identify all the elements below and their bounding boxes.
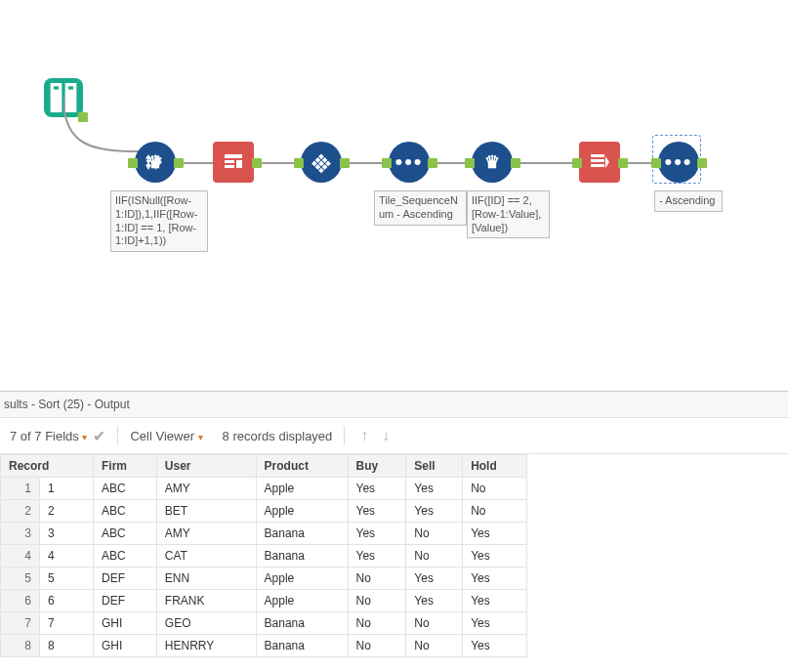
cell-product: Banana — [256, 635, 348, 657]
table-header-row: Record Firm User Product Buy Sell Hold — [1, 455, 527, 478]
cell-product: Banana — [256, 612, 348, 635]
cell-hold: Yes — [463, 590, 527, 612]
records-count-label: 8 records displayed — [223, 429, 333, 443]
cell-buy: No — [348, 590, 406, 612]
cell-buy: Yes — [348, 523, 406, 545]
sort-tool-1[interactable]: ••• — [389, 142, 430, 183]
cell-user: HENRRY — [156, 635, 256, 657]
cell-hold: No — [463, 478, 527, 500]
cell-record: 7 — [40, 612, 94, 635]
col-user[interactable]: User — [156, 455, 256, 478]
cell-sell: Yes — [406, 590, 463, 612]
cell-product: Apple — [256, 590, 348, 612]
cell-sell: Yes — [406, 478, 463, 500]
cell-record: 8 — [40, 635, 94, 657]
svg-rect-6 — [318, 154, 324, 160]
col-hold[interactable]: Hold — [463, 455, 527, 478]
table-row[interactable]: 22ABCBETAppleYesYesNo — [1, 500, 527, 523]
annotation-multirow-1: IIF(ISNull([Row-1:ID]),1,IIF([Row-1:ID] … — [110, 190, 208, 252]
row-number: 5 — [1, 567, 40, 590]
svg-rect-7 — [322, 157, 328, 163]
cell-sell: No — [406, 635, 463, 657]
cell-buy: No — [348, 567, 406, 590]
cell-record: 2 — [40, 500, 94, 523]
select-tool[interactable] — [579, 142, 620, 183]
row-number: 2 — [1, 500, 40, 523]
cell-record: 5 — [40, 567, 94, 590]
cell-buy: No — [348, 635, 406, 657]
cell-product: Apple — [256, 567, 348, 590]
cell-firm: ABC — [94, 500, 157, 523]
cell-sell: No — [406, 612, 463, 635]
results-title: sults - Sort (25) - Output — [0, 392, 788, 418]
cell-user: AMY — [156, 478, 256, 500]
cell-record: 3 — [40, 523, 94, 545]
cell-hold: Yes — [463, 523, 527, 545]
table-row[interactable]: 11ABCAMYAppleYesYesNo — [1, 478, 527, 500]
cell-hold: Yes — [463, 567, 527, 590]
table-row[interactable]: 66DEFFRANKAppleNoYesYes — [1, 590, 527, 612]
svg-rect-13 — [315, 164, 321, 170]
cell-sell: Yes — [406, 567, 463, 590]
cell-firm: DEF — [94, 567, 157, 590]
cell-hold: No — [463, 500, 527, 523]
tile-tool[interactable] — [301, 142, 342, 183]
check-icon[interactable]: ✔ — [93, 427, 105, 445]
table-row[interactable]: 44ABCCATBananaYesNoYes — [1, 545, 527, 567]
svg-rect-15 — [591, 154, 604, 157]
cell-viewer-dropdown[interactable]: Cell Viewer ▾ — [130, 429, 202, 443]
results-table[interactable]: Record Firm User Product Buy Sell Hold 1… — [0, 454, 527, 657]
table-row[interactable]: 77GHIGEOBananaNoNoYes — [1, 612, 527, 635]
col-sell[interactable]: Sell — [406, 455, 463, 478]
svg-rect-4 — [225, 165, 234, 168]
row-number: 3 — [1, 523, 40, 545]
cell-product: Apple — [256, 478, 348, 500]
cell-record: 1 — [40, 478, 94, 500]
table-row[interactable]: 55DEFENNAppleNoYesYes — [1, 567, 527, 590]
row-number: 7 — [1, 612, 40, 635]
cell-user: CAT — [156, 545, 256, 567]
cell-product: Banana — [256, 545, 348, 567]
multirow-tool-2[interactable]: ♛ — [472, 142, 513, 183]
results-panel: sults - Sort (25) - Output 7 of 7 Fields… — [0, 391, 788, 657]
annotation-sort-2: - Ascending — [654, 190, 723, 212]
cell-sell: Yes — [406, 500, 463, 523]
col-firm[interactable]: Firm — [94, 455, 157, 478]
workflow-canvas[interactable]: ♛ IIF(ISNull([Row-1:ID]),1,IIF([Row-1:ID… — [0, 0, 788, 391]
svg-rect-5 — [236, 160, 242, 168]
annotation-sort-1: Tile_SequenceNum - Ascending — [374, 190, 467, 226]
col-record[interactable]: Record — [1, 455, 94, 478]
cell-hold: Yes — [463, 635, 527, 657]
table-row[interactable]: 33ABCAMYBananaYesNoYes — [1, 523, 527, 545]
up-arrow-button[interactable]: ↑ — [356, 427, 372, 444]
svg-rect-1 — [68, 86, 73, 89]
cell-product: Banana — [256, 523, 348, 545]
sort-tool-2[interactable]: ••• — [658, 142, 699, 183]
row-number: 8 — [1, 635, 40, 657]
col-product[interactable]: Product — [256, 455, 348, 478]
cell-buy: No — [348, 612, 406, 635]
row-number: 1 — [1, 478, 40, 500]
svg-rect-2 — [225, 154, 242, 158]
cell-user: AMY — [156, 523, 256, 545]
svg-rect-12 — [311, 161, 317, 167]
results-toolbar: 7 of 7 Fields ▾ ✔ Cell Viewer ▾ 8 record… — [0, 418, 788, 454]
cell-record: 6 — [40, 590, 94, 612]
row-number: 6 — [1, 590, 40, 612]
cell-buy: Yes — [348, 500, 406, 523]
table-row[interactable]: 88GHIHENRRYBananaNoNoYes — [1, 635, 527, 657]
formula-tool-1[interactable] — [213, 142, 254, 183]
cell-user: BET — [156, 500, 256, 523]
row-number: 4 — [1, 545, 40, 567]
down-arrow-button[interactable]: ↓ — [378, 427, 394, 444]
cell-firm: ABC — [94, 545, 157, 567]
fields-dropdown[interactable]: 7 of 7 Fields ▾ — [10, 429, 87, 443]
multirow-tool-1[interactable]: ♛ — [135, 142, 176, 183]
cell-record: 4 — [40, 545, 94, 567]
cell-firm: GHI — [94, 612, 157, 635]
cell-hold: Yes — [463, 612, 527, 635]
col-buy[interactable]: Buy — [348, 455, 406, 478]
cell-buy: Yes — [348, 545, 406, 567]
cell-sell: No — [406, 545, 463, 567]
cell-firm: ABC — [94, 523, 157, 545]
